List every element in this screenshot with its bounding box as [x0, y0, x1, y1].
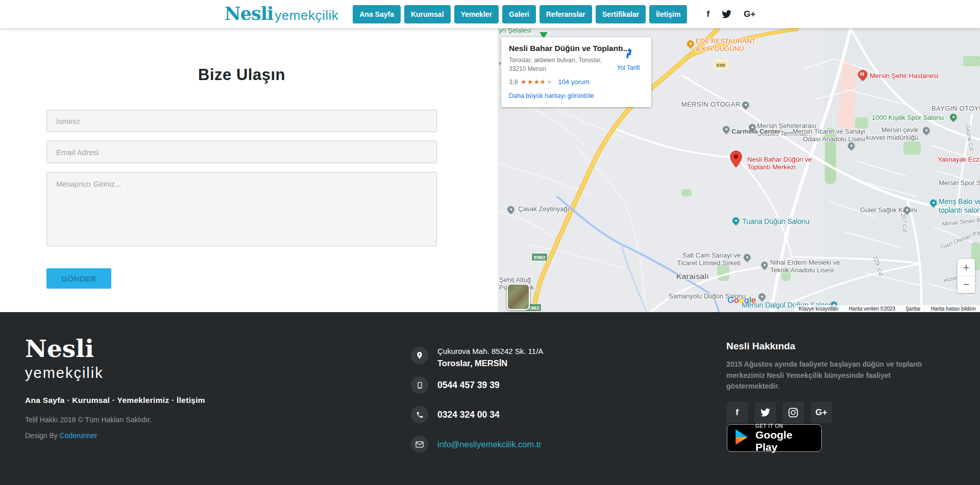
message-textarea[interactable]	[46, 172, 437, 246]
map-label: EDE RESTAURANT & KIR DÜĞÜNÜ	[696, 37, 756, 53]
attribution-item: Klavye kısayolları	[799, 306, 839, 312]
envelope-icon	[411, 436, 428, 453]
mobile-phone-icon	[411, 376, 428, 394]
attribution-item[interactable]: Harita verileri ©2023	[849, 306, 895, 312]
play-badge-line1: GET IT ON	[755, 423, 814, 429]
map-label: Karaisalı	[676, 272, 709, 281]
nav-button-sertifikalar[interactable]: Sertifikalar	[596, 5, 646, 23]
road-badge: E982	[531, 253, 548, 261]
footer-brand-column: Nesli yemekçilik Ana Sayfa · Kurumsal · …	[25, 337, 205, 440]
email-input[interactable]	[46, 141, 437, 163]
footer-mobile-number[interactable]: 0544 457 39 39	[437, 376, 500, 394]
footer-mobile-row: 0544 457 39 39	[411, 376, 500, 394]
nav-button-yemekler[interactable]: Yemekler	[454, 5, 499, 23]
map-label: Çavak Zeytinyağı	[518, 205, 569, 213]
streetview-thumbnail[interactable]	[507, 284, 530, 310]
directions-icon	[621, 53, 635, 61]
map-label: 1000 Kişilik Spor Salonu	[872, 114, 944, 121]
footer-logo-sub: yemekçilik	[25, 365, 205, 381]
map-label: Nihal Erdem Mesleki ve Teknik Anadolu Li…	[770, 259, 840, 274]
footer-address-row: Çukurova Mah. 85242 Sk. 11/A Toroslar, M…	[411, 347, 543, 368]
logo[interactable]: Nesli yemekçilik	[225, 5, 338, 23]
footer-email-row: info@nesliyemekcilik.com.tr	[411, 436, 542, 453]
map-label: Tuana Düğün Salonu	[742, 217, 810, 226]
map-label: MERSİN OTOGAR	[681, 100, 740, 108]
nav-button-kurumsal[interactable]: Kurumsal	[404, 5, 451, 23]
footer-email-link[interactable]: info@nesliyemekcilik.com.tr	[437, 436, 542, 453]
google-plus-icon[interactable]: G+	[811, 402, 832, 423]
reviews-link[interactable]: 104 yorum	[558, 78, 589, 86]
footer-landline-number[interactable]: 0324 324 00 34	[437, 406, 500, 423]
location-pin-icon	[411, 347, 428, 364]
map-info-card: Nesli Bahar Düğün ve Toplantı... Torosla…	[501, 37, 651, 107]
footer: Nesli yemekçilik Ana Sayfa · Kurumsal · …	[0, 312, 980, 485]
map-label: BAYGIN OTOYIKA	[932, 105, 980, 112]
map-attribution: Klavye kısayollarıHarita verileri ©2023Ş…	[795, 305, 980, 312]
attribution-item[interactable]: Şartlar	[905, 306, 920, 312]
rating-value: 3,6	[509, 78, 518, 86]
rating-stars-icon: ★★★★★	[521, 78, 553, 86]
map-label: yrı Şelalesi	[499, 28, 531, 34]
google-map[interactable]: yrı ŞelalesiHEDE RESTAURANT & KIR DÜĞÜNÜ…	[498, 28, 980, 312]
about-text: 2015 Ağustos ayında faaliyete başlayan d…	[726, 359, 928, 392]
google-plus-icon[interactable]: G+	[744, 9, 755, 19]
about-title: Nesli Hakkında	[726, 341, 795, 352]
nav-button-referanslar[interactable]: Referanslar	[540, 5, 592, 23]
logo-text-sub: yemekçilik	[275, 8, 338, 23]
directions-button[interactable]: Yol Tarifi	[611, 44, 645, 100]
page-title: Bize Ulaşın	[46, 66, 437, 84]
google-logo: Google	[727, 295, 756, 305]
zoom-in-button[interactable]: +	[958, 259, 975, 276]
instagram-icon[interactable]	[782, 402, 804, 423]
nav-button-ana-sayfa[interactable]: Ana Sayfa	[353, 5, 401, 23]
main-nav: Ana SayfaKurumsalYemeklerGaleriReferansl…	[353, 5, 687, 23]
zoom-out-button[interactable]: −	[958, 276, 975, 293]
twitter-icon[interactable]	[754, 402, 776, 423]
footer-logo[interactable]: Nesli yemekçilik	[25, 337, 205, 381]
send-button[interactable]: GÖNDER	[46, 268, 111, 289]
view-larger-map-link[interactable]: Daha büyük haritayı görüntüle	[509, 92, 594, 99]
header-social: f G+	[706, 9, 755, 19]
place-title: Nesli Bahar Düğün ve Toplantı...	[509, 44, 611, 53]
design-by-prefix: Design By	[25, 431, 60, 440]
footer-nav-links[interactable]: Ana Sayfa · Kurumsal · Yemeklerimiz · İl…	[25, 396, 205, 405]
main-content: Bize Ulaşın GÖNDER	[0, 28, 980, 312]
contact-form: Bize Ulaşın GÖNDER	[46, 28, 437, 289]
directions-label: Yol Tarifi	[611, 64, 645, 71]
footer-social: f G+	[726, 402, 832, 423]
google-play-icon	[734, 429, 749, 447]
map-label: Yalınayak Ecza	[938, 156, 980, 163]
map-label: Carmela Center	[731, 127, 780, 135]
map-label: Mersin Spor Sa	[939, 179, 980, 187]
place-rating: 3,6 ★★★★★ 104 yorum	[509, 78, 611, 86]
facebook-icon[interactable]: f	[706, 9, 709, 19]
nav-button-i̇letişim[interactable]: İletişim	[649, 5, 687, 23]
road-badge: E90	[714, 61, 728, 69]
name-input[interactable]	[46, 110, 437, 132]
map-label: Nesli Bahar Düğün ve Toplantı Merkezi	[747, 156, 812, 171]
phone-icon	[411, 406, 428, 423]
footer-address-line2: Toroslar, MERSİN	[437, 359, 543, 368]
facebook-icon[interactable]: f	[726, 402, 748, 423]
map-zoom-control: + −	[958, 259, 975, 293]
map-label: Salt Cam Sanayi ve Ticaret Limited Şirke…	[673, 251, 741, 267]
map-label: Mersin Şehir Hastanesi	[870, 72, 938, 80]
contact-section: Bize Ulaşın GÖNDER	[0, 28, 498, 312]
nav-button-galeri[interactable]: Galeri	[502, 5, 536, 23]
play-badge-line2: Google Play	[755, 429, 814, 452]
footer-design-by: Design By Coderunner	[25, 431, 205, 440]
footer-address-line1: Çukurova Mah. 85242 Sk. 11/A	[437, 347, 543, 355]
coderunner-link[interactable]: Coderunner	[60, 431, 97, 440]
attribution-item[interactable]: Harita hatası bildirin	[931, 306, 976, 312]
footer-phone-row: 0324 324 00 34	[411, 406, 500, 423]
header: Nesli yemekçilik Ana SayfaKurumsalYemekl…	[0, 0, 980, 28]
footer-copyright: Telif Hakkı 2018 © Tüm Hakları Saklıdır.	[25, 416, 205, 424]
map-label: Mersin Ticaret ve Sanayi Odası Anadolu L…	[783, 127, 865, 143]
map-label: Meriş Balo ve toplantı salon	[939, 197, 980, 214]
twitter-icon[interactable]	[722, 10, 731, 18]
map-main-marker[interactable]	[730, 150, 742, 168]
google-play-badge[interactable]: GET IT ON Google Play	[727, 424, 822, 452]
place-address: Toroslar, akbelen bulvarı, Toroslar, 332…	[509, 56, 611, 74]
logo-text-main: Nesli	[225, 5, 274, 22]
footer-logo-main: Nesli	[25, 337, 205, 361]
